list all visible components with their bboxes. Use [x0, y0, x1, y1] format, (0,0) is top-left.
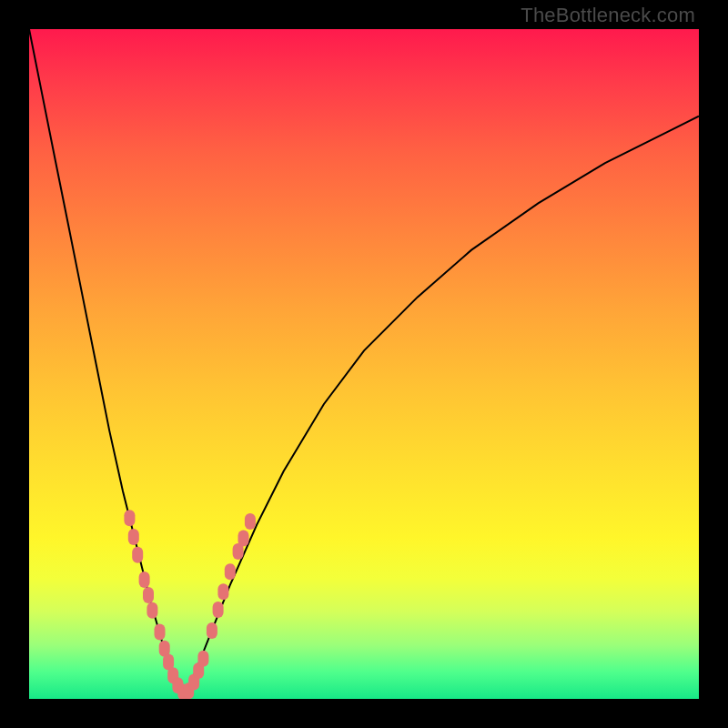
marker-group — [124, 510, 256, 699]
data-marker — [143, 587, 154, 603]
data-marker — [197, 651, 208, 667]
chart-frame: TheBottleneck.com — [0, 0, 728, 728]
data-marker — [124, 510, 135, 526]
data-marker — [238, 530, 249, 546]
data-marker — [128, 529, 139, 545]
data-marker — [213, 602, 224, 618]
plot-area — [29, 29, 699, 699]
watermark-text: TheBottleneck.com — [521, 4, 695, 27]
data-marker — [217, 583, 228, 600]
data-marker — [207, 622, 217, 639]
data-marker — [132, 547, 143, 563]
curve-svg — [29, 29, 699, 699]
curve-left — [29, 29, 183, 695]
data-marker — [139, 571, 150, 588]
data-marker — [225, 563, 236, 580]
data-marker — [245, 513, 256, 530]
data-marker — [147, 602, 157, 619]
data-marker — [155, 623, 166, 640]
curve-right — [183, 116, 699, 696]
